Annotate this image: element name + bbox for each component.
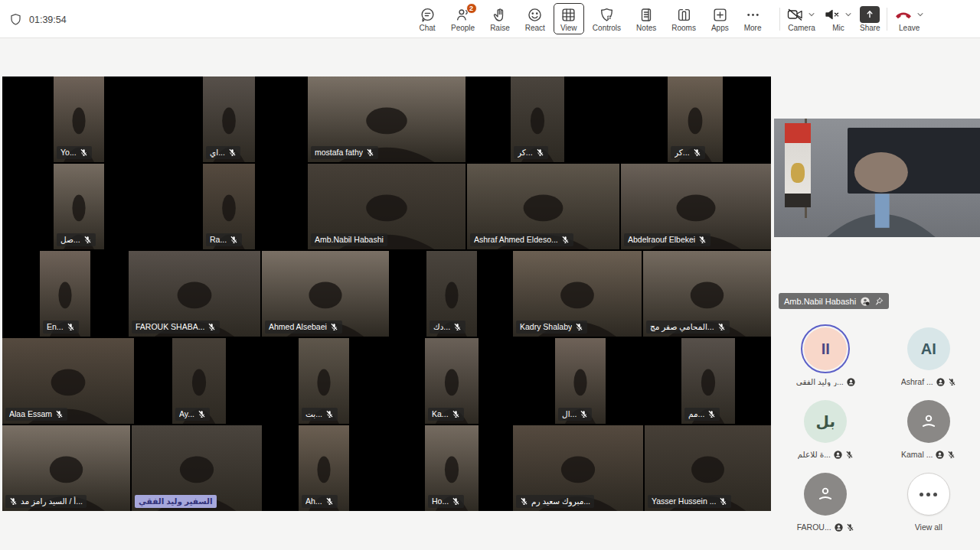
participant-name-label: Abdelraouf Elbekei: [624, 233, 710, 246]
toolbar-item-controls[interactable]: Controls: [586, 3, 628, 34]
participant-name: FAROU...: [797, 522, 831, 532]
share-icon: [860, 6, 880, 23]
mic-muted-icon: [452, 410, 460, 418]
participant-name: ...كر: [518, 148, 533, 158]
view-icon: [560, 6, 577, 23]
participant-avatar[interactable]: بل ...ة للاعلم: [774, 394, 877, 467]
video-tile[interactable]: Yo...: [54, 76, 104, 162]
video-tile[interactable]: Abdelraouf Elbekei: [621, 164, 771, 249]
chevron-down-icon[interactable]: [806, 10, 817, 19]
pinned-video-tile[interactable]: [774, 119, 980, 237]
participant-name: Kamal ...: [901, 450, 933, 459]
toolbar-item-notes[interactable]: Notes: [629, 3, 663, 34]
toolbar-item-view[interactable]: View: [554, 3, 584, 34]
participant-name: السفير وليد الفقي: [139, 496, 213, 506]
chevron-down-icon[interactable]: [843, 10, 854, 19]
video-tile[interactable]: Yasser Hussein ...: [645, 425, 771, 511]
attendee-badge-icon: [834, 451, 842, 459]
mic-muted-icon: [845, 451, 854, 459]
video-tile[interactable]: ...كر: [668, 76, 723, 162]
leave-button[interactable]: Leave: [890, 3, 929, 34]
share-button[interactable]: Share: [857, 3, 884, 34]
avatar-row: FAROU... View all: [774, 467, 980, 539]
chat-icon: [419, 6, 436, 23]
video-tile[interactable]: ...المحامي صفر مج: [643, 251, 771, 337]
toolbar-item-chat[interactable]: Chat: [412, 3, 443, 34]
video-tile[interactable]: Ho...: [425, 425, 479, 511]
participant-name: ...ة للاعلم: [798, 450, 831, 459]
video-tile[interactable]: ...مم: [681, 338, 735, 424]
participant-avatar[interactable]: FAROU...: [774, 467, 877, 539]
mic-muted-icon: [9, 497, 18, 506]
participant-name: Alaa Essam: [9, 409, 52, 419]
participant-name: ...كر: [675, 148, 690, 158]
participant-name-label: ...ال: [558, 408, 592, 421]
toolbar-item-react[interactable]: React: [518, 3, 552, 34]
avatar-row: بل ...ة للاعلم Kamal ...: [774, 394, 980, 467]
mic-muted-icon: [83, 236, 92, 244]
video-tile[interactable]: FAROUK SHABA...: [129, 251, 260, 337]
video-tile[interactable]: ...ال: [555, 338, 606, 424]
video-tile[interactable]: ...كر: [511, 76, 564, 162]
participant-name-label: Kadry Shalaby: [516, 321, 587, 334]
video-tile[interactable]: Kadry Shalaby: [513, 251, 642, 337]
participant-name-label: Amb.Nabil Habashi: [311, 233, 387, 246]
video-tile[interactable]: Ay...: [172, 338, 226, 424]
mic-muted-icon: [55, 410, 64, 418]
toolbar-item-apps[interactable]: Apps: [704, 3, 736, 34]
toolbar-item-people[interactable]: 2 People: [444, 3, 482, 34]
pin-icon[interactable]: [874, 297, 884, 306]
participant-name-label: En...: [43, 321, 79, 334]
mic-muted-icon: [719, 497, 727, 506]
camera-button[interactable]: Camera: [783, 3, 820, 34]
participant-name-label: Yasser Hussein ...: [648, 495, 731, 508]
video-tile[interactable]: ...أ / السيد رامز مد: [2, 425, 130, 511]
toolbar-item-raise[interactable]: Raise: [483, 3, 517, 34]
participant-name: FAROUK SHABA...: [136, 322, 204, 332]
video-tile[interactable]: Ka...: [425, 338, 479, 424]
mic-muted-icon: [325, 497, 334, 506]
video-tile[interactable]: Alaa Essam: [2, 338, 134, 424]
video-tile[interactable]: ...دك: [426, 251, 477, 337]
participant-name-label: ...مبروك سعيد رم: [516, 495, 594, 508]
video-tile[interactable]: Ahmed Alsebaei: [262, 251, 389, 337]
participant-avatar[interactable]: AI Ashraf ...: [877, 321, 980, 394]
participant-name-label: ...أ / السيد رامز مد: [5, 495, 87, 508]
meeting-timer: 01:39:54: [29, 15, 67, 25]
video-tile[interactable]: Ah...: [299, 425, 349, 511]
video-tile[interactable]: ...مبروك سعيد رم: [513, 425, 643, 511]
mic-muted-icon: [575, 323, 583, 331]
participant-name: ...أ / السيد رامز مد: [21, 496, 83, 506]
participant-name: Ka...: [432, 409, 449, 419]
video-tile[interactable]: Ashraf Ahmed Eldeso...: [467, 164, 619, 249]
participant-name: Ay...: [179, 409, 194, 419]
video-tile[interactable]: ...بت: [299, 338, 349, 424]
video-tile[interactable]: Amb.Nabil Habashi: [308, 164, 466, 249]
camera-icon: [786, 6, 805, 23]
mic-button[interactable]: Mic: [820, 3, 857, 34]
participant-name: ...مم: [688, 409, 704, 419]
participant-name-label: ...كر: [671, 146, 705, 159]
attendee-badge-icon: [936, 451, 944, 459]
video-tile[interactable]: ...صل: [54, 164, 104, 249]
participant-name: Yasser Hussein ...: [652, 496, 716, 506]
video-tile[interactable]: السفير وليد الفقي: [132, 425, 262, 511]
video-tile[interactable]: mostafa fathy: [308, 76, 466, 162]
chevron-down-icon[interactable]: [915, 10, 926, 19]
controls-icon: [598, 6, 615, 23]
participant-name-label: Ho...: [428, 495, 464, 508]
view-all-button[interactable]: View all: [877, 467, 980, 539]
toolbar-item-rooms[interactable]: Rooms: [665, 3, 703, 34]
mic-muted-icon: [207, 323, 216, 331]
participant-name-label: Ashraf Ahmed Eldeso...: [470, 233, 573, 246]
participant-name-label: ...بت: [302, 408, 338, 421]
toolbar-item-more[interactable]: More: [737, 3, 769, 34]
video-tile[interactable]: En...: [40, 251, 90, 337]
video-tile[interactable]: ...اي: [203, 76, 255, 162]
participant-name: ...ر وليد الفقي: [796, 377, 844, 386]
participant-avatar[interactable]: II ...ر وليد الفقي: [774, 321, 877, 394]
participant-silhouette: [774, 145, 980, 237]
participant-name: View all: [915, 522, 942, 532]
video-tile[interactable]: Ra...: [203, 164, 255, 249]
participant-avatar[interactable]: Kamal ...: [877, 394, 980, 467]
